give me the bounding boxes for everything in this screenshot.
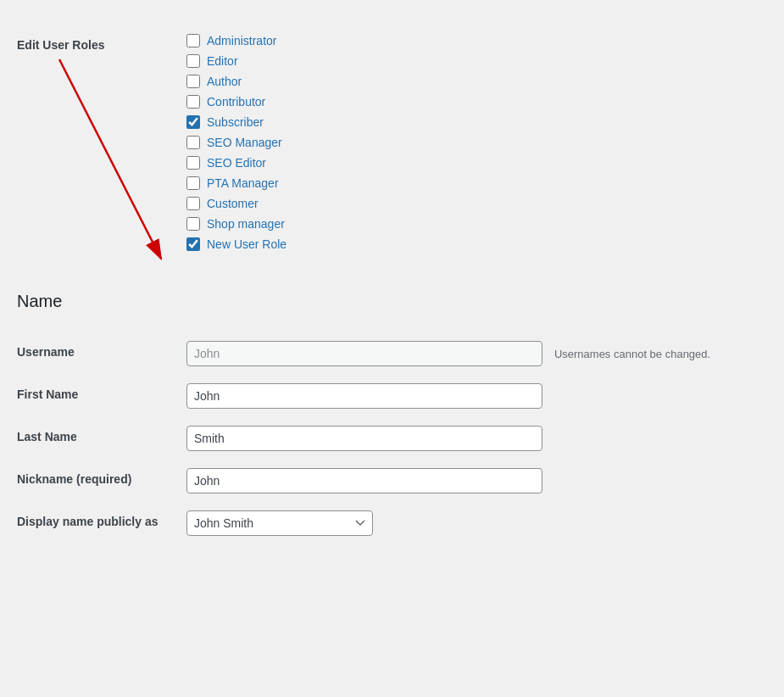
role-item-subscriber: Subscriber	[186, 115, 759, 129]
role-checkbox-new-user-role[interactable]	[186, 237, 200, 251]
role-checkbox-shop-manager[interactable]	[186, 217, 200, 231]
role-label-customer[interactable]: Customer	[207, 197, 259, 210]
role-item-contributor: Contributor	[186, 95, 759, 109]
edit-user-roles-row: Edit User Roles	[17, 25, 767, 266]
last-name-label: Last Name	[17, 417, 186, 460]
role-label-seo-editor[interactable]: SEO Editor	[207, 156, 266, 170]
role-label-pta-manager[interactable]: PTA Manager	[207, 176, 279, 190]
role-item-customer: Customer	[186, 197, 759, 210]
role-checkbox-subscriber[interactable]	[186, 115, 200, 129]
name-form: Username Usernames cannot be changed. Fi…	[17, 332, 767, 544]
nickname-row: Nickname (required)	[17, 460, 767, 502]
role-checkbox-seo-manager[interactable]	[186, 136, 200, 149]
role-label-administrator[interactable]: Administrator	[207, 34, 276, 47]
role-checkbox-seo-editor[interactable]	[186, 156, 200, 170]
display-name-select[interactable]: John SmithJohnSmithjohnsmith	[186, 510, 373, 536]
role-checkbox-pta-manager[interactable]	[186, 176, 200, 190]
role-checkbox-author[interactable]	[186, 75, 200, 88]
role-item-pta-manager: PTA Manager	[186, 176, 759, 190]
role-item-seo-editor: SEO Editor	[186, 156, 759, 170]
role-label-editor[interactable]: Editor	[207, 54, 238, 68]
nickname-label: Nickname (required)	[17, 460, 186, 502]
edit-user-roles-label: Edit User Roles	[17, 25, 186, 266]
username-label: Username	[17, 332, 186, 375]
username-input	[186, 341, 542, 366]
edit-user-form: Edit User Roles	[17, 25, 767, 266]
role-item-editor: Editor	[186, 54, 759, 68]
display-name-label: Display name publicly as	[17, 502, 186, 544]
role-checkbox-administrator[interactable]	[186, 34, 200, 47]
name-heading: Name	[17, 292, 767, 320]
display-name-row: Display name publicly as John SmithJohnS…	[17, 502, 767, 544]
last-name-row: Last Name	[17, 417, 767, 460]
first-name-input[interactable]	[186, 383, 542, 409]
role-item-seo-manager: SEO Manager	[186, 136, 759, 149]
role-label-contributor[interactable]: Contributor	[207, 95, 265, 109]
username-hint: Usernames cannot be changed.	[554, 348, 710, 360]
role-label-subscriber[interactable]: Subscriber	[207, 115, 264, 129]
role-label-author[interactable]: Author	[207, 75, 242, 88]
last-name-input[interactable]	[186, 426, 542, 451]
role-checkbox-editor[interactable]	[186, 54, 200, 68]
role-label-shop-manager[interactable]: Shop manager	[207, 217, 285, 231]
username-row: Username Usernames cannot be changed.	[17, 332, 767, 375]
role-label-new-user-role[interactable]: New User Role	[207, 237, 286, 251]
role-checkbox-contributor[interactable]	[186, 95, 200, 109]
roles-list: AdministratorEditorAuthorContributorSubs…	[186, 34, 759, 251]
role-checkbox-customer[interactable]	[186, 197, 200, 210]
roles-container: AdministratorEditorAuthorContributorSubs…	[186, 34, 759, 251]
role-label-seo-manager[interactable]: SEO Manager	[207, 136, 282, 149]
role-item-new-user-role: New User Role	[186, 237, 759, 251]
role-item-shop-manager: Shop manager	[186, 217, 759, 231]
role-item-administrator: Administrator	[186, 34, 759, 47]
nickname-input[interactable]	[186, 468, 542, 493]
role-item-author: Author	[186, 75, 759, 88]
first-name-label: First Name	[17, 375, 186, 417]
first-name-row: First Name	[17, 375, 767, 417]
